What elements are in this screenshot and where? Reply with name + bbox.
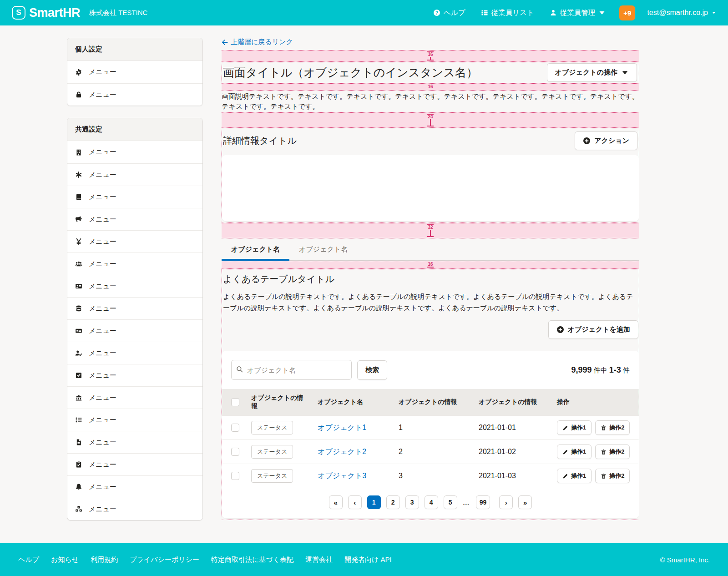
tab-object-name-2[interactable]: オブジェクト名 xyxy=(289,240,357,260)
nav-employee-admin[interactable]: 従業員管理 xyxy=(550,8,606,18)
object-link[interactable]: オブジェクト2 xyxy=(318,448,366,455)
tab-object-name-1[interactable]: オブジェクト名 xyxy=(222,240,289,260)
page-button-99[interactable]: 99 xyxy=(476,495,490,509)
sidebar-item-label: メニュー xyxy=(89,483,116,491)
edit-button[interactable]: 操作1 xyxy=(557,420,592,435)
footer-link-commerce[interactable]: 特定商取引法に基づく表記 xyxy=(211,556,293,564)
svg-text:?: ? xyxy=(435,10,438,15)
object-link[interactable]: オブジェクト3 xyxy=(318,472,366,480)
footer-link-developer-api[interactable]: 開発者向け API xyxy=(344,556,392,564)
sidebar-item-menu[interactable]: メニュー xyxy=(67,230,202,253)
spacing-value: 16 xyxy=(427,262,434,267)
sidebar-item-label: メニュー xyxy=(89,505,116,514)
object-link[interactable]: オブジェクト1 xyxy=(318,424,366,431)
object-info-cell: 1 xyxy=(393,416,473,440)
page-button-2[interactable]: 2 xyxy=(386,495,400,509)
next-page-button[interactable]: › xyxy=(499,495,513,509)
sidebar-group-common: 共通設定 メニュー メニュー メニュー メニュー xyxy=(67,118,203,520)
sidebar-item-menu[interactable]: メニュー xyxy=(67,498,202,520)
trash-icon xyxy=(601,425,607,431)
last-page-button[interactable]: » xyxy=(518,495,532,509)
app-header: S SmartHR 株式会社 TESTINC ? ヘルプ 従業員リスト 従業員管… xyxy=(0,0,728,25)
delete-button[interactable]: 操作2 xyxy=(595,469,630,483)
sidebar-item-menu[interactable]: メニュー xyxy=(67,409,202,431)
footer-link-privacy[interactable]: プライバシーポリシー xyxy=(130,556,199,564)
footer-link-news[interactable]: お知らせ xyxy=(51,556,79,564)
sidebar-item-label: メニュー xyxy=(89,349,116,358)
edit-button[interactable]: 操作1 xyxy=(557,469,592,483)
table-row: ステータス オブジェクト3 3 2021-01-03 操作1 xyxy=(222,464,639,488)
page-button-5[interactable]: 5 xyxy=(444,495,457,509)
lock-icon xyxy=(75,91,82,98)
help-icon: ? xyxy=(433,9,440,16)
column-header: オブジェクトの情報 xyxy=(393,389,473,416)
company-name: 株式会社 TESTINC xyxy=(89,9,147,17)
object-date-cell: 2021-01-03 xyxy=(473,464,551,488)
spacing-value: 16 xyxy=(427,85,434,89)
nav-employee-list[interactable]: 従業員リスト xyxy=(481,8,534,18)
notification-badge[interactable]: +9 xyxy=(619,5,635,20)
row-checkbox[interactable] xyxy=(231,424,239,432)
nav-help[interactable]: ? ヘルプ xyxy=(433,8,465,18)
first-page-button[interactable]: « xyxy=(329,495,343,509)
sidebar-item-label: メニュー xyxy=(89,68,116,76)
sidebar-item-menu[interactable]: メニュー xyxy=(67,364,202,386)
row-checkbox[interactable] xyxy=(231,472,239,480)
footer-link-company[interactable]: 運営会社 xyxy=(305,556,333,564)
app-footer: ヘルプ お知らせ 利用規約 プライバシーポリシー 特定商取引法に基づく表記 運営… xyxy=(0,543,728,576)
sidebar-item-menu[interactable]: メニュー xyxy=(67,83,202,106)
rows-icon xyxy=(481,9,488,16)
sidebar-item-menu[interactable]: メニュー xyxy=(67,297,202,319)
smarthr-logo[interactable]: S SmartHR xyxy=(12,6,80,20)
sidebar-item-menu[interactable]: メニュー xyxy=(67,319,202,342)
row-checkbox[interactable] xyxy=(231,448,239,456)
edit-button[interactable]: 操作1 xyxy=(557,445,592,459)
sidebar-item-label: メニュー xyxy=(89,148,116,157)
back-link[interactable]: 上階層に戻るリンク xyxy=(222,38,293,46)
user-check-icon xyxy=(75,349,82,357)
table-section-description: よくあるテーブルの説明テキストです。よくあるテーブルの説明テキストです。よくある… xyxy=(222,285,639,313)
sidebar-item-menu[interactable]: メニュー xyxy=(67,275,202,297)
search-button[interactable]: 検索 xyxy=(357,360,387,380)
object-table: オブジェクトの情報 オブジェクト名 オブジェクトの情報 オブジェクトの情報 操作… xyxy=(222,389,639,488)
object-actions-button[interactable]: オブジェクトの操作 xyxy=(547,63,637,82)
sidebar-item-menu[interactable]: メニュー xyxy=(67,208,202,230)
book-icon xyxy=(75,193,82,201)
search-input[interactable] xyxy=(231,360,352,380)
page-title-block: 画面タイトル（オブジェクトのインスタンス名） オブジェクトの操作 xyxy=(222,62,639,83)
sidebar-item-label: メニュー xyxy=(89,438,116,447)
action-button[interactable]: アクション xyxy=(575,131,637,150)
sidebar-item-menu[interactable]: メニュー xyxy=(67,163,202,186)
building-icon xyxy=(75,149,82,156)
sidebar-item-menu[interactable]: メニュー xyxy=(67,186,202,208)
sidebar-item-menu[interactable]: メニュー xyxy=(67,453,202,475)
footer-link-terms[interactable]: 利用規約 xyxy=(91,556,118,564)
sidebar-item-menu[interactable]: メニュー xyxy=(67,475,202,498)
status-badge: ステータス xyxy=(251,445,293,459)
sidebar-item-label: メニュー xyxy=(89,282,116,291)
sidebar-item-menu[interactable]: メニュー xyxy=(67,342,202,364)
page-body: 個人設定 メニュー メニュー 共通設定 メニュー xyxy=(0,25,728,543)
sidebar-item-label: メニュー xyxy=(89,215,116,224)
delete-button[interactable]: 操作2 xyxy=(595,445,630,459)
footer-link-help[interactable]: ヘルプ xyxy=(18,556,39,564)
sidebar-item-menu[interactable]: メニュー xyxy=(67,141,202,163)
sidebar-item-menu[interactable]: メニュー xyxy=(67,386,202,409)
page-button-1[interactable]: 1 xyxy=(367,495,381,509)
result-count: 9,999 件中 1-3 件 xyxy=(571,365,630,375)
select-all-checkbox[interactable] xyxy=(231,398,239,406)
spacing-value: 16 xyxy=(427,52,434,57)
circle-plus-icon xyxy=(556,326,564,333)
sidebar-item-menu[interactable]: メニュー xyxy=(67,431,202,453)
delete-button[interactable]: 操作2 xyxy=(595,420,630,435)
page-button-3[interactable]: 3 xyxy=(405,495,419,509)
page-button-4[interactable]: 4 xyxy=(425,495,438,509)
sidebar-item-menu[interactable]: メニュー xyxy=(67,61,202,83)
trash-icon xyxy=(601,449,607,455)
account-menu[interactable]: test@smarthr.co.jp xyxy=(647,9,716,17)
add-object-button[interactable]: オブジェクトを追加 xyxy=(548,320,638,339)
sidebar-group-title: 個人設定 xyxy=(67,38,202,61)
sidebar-item-menu[interactable]: メニュー xyxy=(67,253,202,275)
prev-page-button[interactable]: ‹ xyxy=(348,495,362,509)
pencil-icon xyxy=(562,449,568,455)
